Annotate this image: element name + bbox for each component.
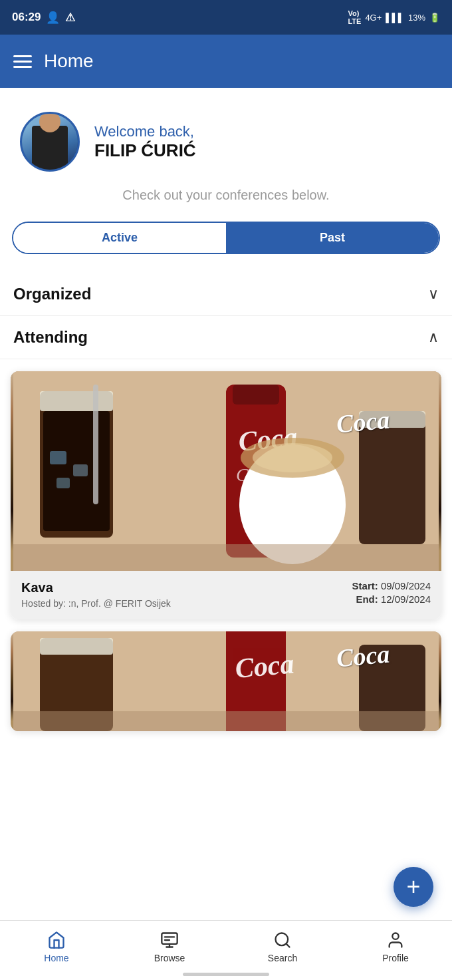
welcome-label: Welcome back, xyxy=(94,123,196,140)
status-time: 06:29 xyxy=(12,11,41,24)
end-date: 12/09/2024 xyxy=(381,593,431,605)
status-bar: 06:29 👤 ⚠ Vo)LTE 4G+ ▌▌▌ 13% 🔋 xyxy=(0,0,452,35)
conference-card-1[interactable]: Coca Cola Kava Hosted by: :n, xyxy=(11,371,441,619)
conference-card-image-1: Coca Cola xyxy=(11,371,441,571)
welcome-name: FILIP ĆURIĆ xyxy=(94,140,196,161)
svg-rect-9 xyxy=(233,385,279,405)
conference-card-image-2: Coca xyxy=(11,631,441,731)
avatar xyxy=(20,112,80,172)
status-icon-person: 👤 xyxy=(46,11,60,25)
svg-rect-20 xyxy=(40,638,113,655)
svg-point-14 xyxy=(253,443,332,472)
fab-add-button[interactable]: + xyxy=(394,867,433,907)
nav-item-profile[interactable]: Profile xyxy=(339,927,452,963)
status-signal-icon: ▌▌▌ xyxy=(386,13,404,23)
end-label: End: xyxy=(356,593,378,605)
nav-label-home: Home xyxy=(44,953,68,963)
status-network: 4G+ xyxy=(365,13,382,23)
conference-host: Hosted by: :n, Prof. @ FERIT Osijek xyxy=(21,598,352,609)
nav-label-profile: Profile xyxy=(382,953,409,963)
svg-rect-17 xyxy=(13,544,439,571)
attending-section-header[interactable]: Attending ∧ xyxy=(0,316,452,359)
welcome-section: Welcome back, FILIP ĆURIĆ xyxy=(0,88,452,188)
search-icon xyxy=(273,930,292,950)
home-indicator xyxy=(183,973,269,976)
browse-icon xyxy=(160,930,179,950)
chevron-up-icon: ∧ xyxy=(428,329,439,346)
main-content: Welcome back, FILIP ĆURIĆ Check out your… xyxy=(0,88,452,939)
svg-point-32 xyxy=(392,933,398,939)
organized-label: Organized xyxy=(13,285,91,303)
attending-label: Attending xyxy=(13,328,88,347)
nav-item-search[interactable]: Search xyxy=(226,927,339,963)
svg-line-31 xyxy=(286,943,289,947)
profile-icon xyxy=(386,930,405,950)
conference-dates: Start: 09/09/2024 End: 12/09/2024 xyxy=(352,580,431,607)
status-time-area: 06:29 👤 ⚠ xyxy=(12,11,75,25)
svg-rect-2 xyxy=(40,391,113,411)
header-title: Home xyxy=(44,51,94,72)
tab-active[interactable]: Active xyxy=(13,223,226,253)
start-label: Start: xyxy=(352,580,378,591)
chevron-down-icon: ∨ xyxy=(428,285,439,303)
svg-rect-5 xyxy=(73,464,88,476)
status-battery-icon: 🔋 xyxy=(429,13,440,23)
status-icon-alert: ⚠ xyxy=(65,11,75,25)
nav-label-browse: Browse xyxy=(154,953,185,963)
bottom-nav: Home Browse Search xyxy=(0,920,452,980)
svg-rect-6 xyxy=(56,478,70,488)
status-battery: 13% xyxy=(408,13,425,23)
home-icon xyxy=(47,930,66,950)
app-header: Home xyxy=(0,35,452,88)
conference-card-info-1: Kava Hosted by: :n, Prof. @ FERIT Osijek… xyxy=(11,571,441,619)
subtitle: Check out your conferences below. xyxy=(0,188,452,222)
nav-item-home[interactable]: Home xyxy=(0,927,113,963)
start-date: 09/09/2024 xyxy=(381,580,431,591)
svg-text:Coca: Coca xyxy=(234,648,295,684)
menu-button[interactable] xyxy=(13,55,32,68)
svg-rect-7 xyxy=(93,385,98,504)
status-right-area: Vo)LTE 4G+ ▌▌▌ 13% 🔋 xyxy=(348,9,440,25)
svg-rect-15 xyxy=(359,411,425,544)
svg-rect-24 xyxy=(13,711,439,731)
conference-image-svg: Coca Cola xyxy=(11,371,441,571)
welcome-text: Welcome back, FILIP ĆURIĆ xyxy=(94,123,196,161)
tab-past[interactable]: Past xyxy=(226,223,439,253)
svg-rect-16 xyxy=(359,411,425,428)
conference-name: Kava xyxy=(21,580,352,595)
svg-rect-4 xyxy=(50,451,66,464)
svg-rect-25 xyxy=(162,933,177,944)
status-volte: Vo)LTE xyxy=(348,9,361,25)
nav-label-search: Search xyxy=(268,953,297,963)
organized-section-header[interactable]: Organized ∨ xyxy=(0,273,452,316)
nav-item-browse[interactable]: Browse xyxy=(113,927,226,963)
conference-image-2-svg: Coca xyxy=(11,631,441,731)
tab-toggle: Active Past xyxy=(12,222,440,254)
conference-card-2[interactable]: Coca xyxy=(11,631,441,731)
